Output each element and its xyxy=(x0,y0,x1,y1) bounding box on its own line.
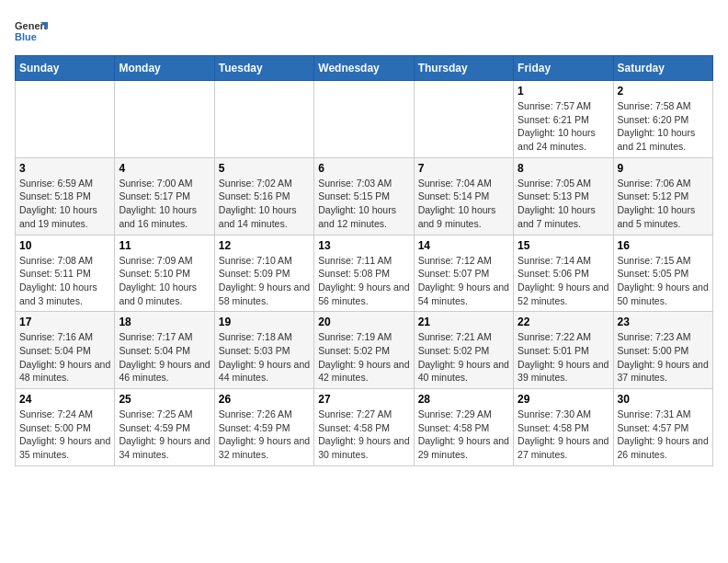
day-info: Sunrise: 7:15 AM Sunset: 5:05 PM Dayligh… xyxy=(618,254,709,308)
weekday-header: Friday xyxy=(514,56,613,81)
calendar-cell: 15Sunrise: 7:14 AM Sunset: 5:06 PM Dayli… xyxy=(514,235,613,312)
calendar-cell: 17Sunrise: 7:16 AM Sunset: 5:04 PM Dayli… xyxy=(16,312,115,389)
day-number: 24 xyxy=(19,393,110,406)
day-number: 20 xyxy=(318,316,409,328)
day-number: 3 xyxy=(19,162,110,175)
calendar-week-row: 17Sunrise: 7:16 AM Sunset: 5:04 PM Dayli… xyxy=(16,312,713,389)
calendar-cell: 2Sunrise: 7:58 AM Sunset: 6:20 PM Daylig… xyxy=(613,81,712,158)
calendar-cell: 12Sunrise: 7:10 AM Sunset: 5:09 PM Dayli… xyxy=(214,235,313,312)
calendar-cell: 8Sunrise: 7:05 AM Sunset: 5:13 PM Daylig… xyxy=(514,157,613,235)
logo-icon: General Blue xyxy=(15,15,48,48)
day-info: Sunrise: 6:59 AM Sunset: 5:18 PM Dayligh… xyxy=(19,177,110,231)
calendar-cell: 6Sunrise: 7:03 AM Sunset: 5:15 PM Daylig… xyxy=(314,157,414,235)
calendar-week-row: 24Sunrise: 7:24 AM Sunset: 5:00 PM Dayli… xyxy=(16,389,713,466)
day-number: 23 xyxy=(618,316,709,328)
day-number: 19 xyxy=(219,316,310,328)
calendar-cell: 21Sunrise: 7:21 AM Sunset: 5:02 PM Dayli… xyxy=(414,312,513,389)
calendar-cell: 23Sunrise: 7:23 AM Sunset: 5:00 PM Dayli… xyxy=(613,312,712,389)
calendar-cell: 14Sunrise: 7:12 AM Sunset: 5:07 PM Dayli… xyxy=(414,235,513,312)
calendar-cell: 18Sunrise: 7:17 AM Sunset: 5:04 PM Dayli… xyxy=(115,312,214,389)
calendar-cell: 1Sunrise: 7:57 AM Sunset: 6:21 PM Daylig… xyxy=(514,81,613,158)
day-number: 2 xyxy=(618,85,709,98)
day-number: 30 xyxy=(618,393,709,406)
day-info: Sunrise: 7:06 AM Sunset: 5:12 PM Dayligh… xyxy=(618,177,709,231)
page-header: General Blue xyxy=(15,15,713,48)
calendar-cell: 7Sunrise: 7:04 AM Sunset: 5:14 PM Daylig… xyxy=(414,157,513,235)
calendar-cell: 5Sunrise: 7:02 AM Sunset: 5:16 PM Daylig… xyxy=(214,157,313,235)
day-info: Sunrise: 7:03 AM Sunset: 5:15 PM Dayligh… xyxy=(318,177,409,231)
day-number: 25 xyxy=(119,393,210,406)
calendar-week-row: 1Sunrise: 7:57 AM Sunset: 6:21 PM Daylig… xyxy=(16,81,713,158)
weekday-header: Tuesday xyxy=(214,56,313,81)
day-number: 1 xyxy=(518,85,609,98)
day-info: Sunrise: 7:11 AM Sunset: 5:08 PM Dayligh… xyxy=(318,254,409,308)
calendar-cell: 9Sunrise: 7:06 AM Sunset: 5:12 PM Daylig… xyxy=(613,157,712,235)
day-number: 22 xyxy=(518,316,609,328)
day-number: 17 xyxy=(19,316,110,328)
calendar-cell: 20Sunrise: 7:19 AM Sunset: 5:02 PM Dayli… xyxy=(314,312,414,389)
day-info: Sunrise: 7:00 AM Sunset: 5:17 PM Dayligh… xyxy=(119,177,210,231)
day-number: 15 xyxy=(518,239,609,252)
day-info: Sunrise: 7:31 AM Sunset: 4:57 PM Dayligh… xyxy=(618,408,709,462)
day-info: Sunrise: 7:05 AM Sunset: 5:13 PM Dayligh… xyxy=(518,177,609,231)
day-number: 12 xyxy=(219,239,310,252)
calendar-cell: 10Sunrise: 7:08 AM Sunset: 5:11 PM Dayli… xyxy=(16,235,115,312)
day-number: 9 xyxy=(618,162,709,175)
calendar-cell: 29Sunrise: 7:30 AM Sunset: 4:58 PM Dayli… xyxy=(514,389,613,466)
day-number: 28 xyxy=(418,393,509,406)
calendar-cell: 3Sunrise: 6:59 AM Sunset: 5:18 PM Daylig… xyxy=(16,157,115,235)
day-number: 14 xyxy=(418,239,509,252)
day-info: Sunrise: 7:25 AM Sunset: 4:59 PM Dayligh… xyxy=(119,408,210,462)
day-info: Sunrise: 7:22 AM Sunset: 5:01 PM Dayligh… xyxy=(518,330,609,385)
day-info: Sunrise: 7:14 AM Sunset: 5:06 PM Dayligh… xyxy=(518,254,609,308)
day-info: Sunrise: 7:26 AM Sunset: 4:59 PM Dayligh… xyxy=(219,408,310,462)
day-info: Sunrise: 7:12 AM Sunset: 5:07 PM Dayligh… xyxy=(418,254,509,308)
day-info: Sunrise: 7:04 AM Sunset: 5:14 PM Dayligh… xyxy=(418,177,509,231)
calendar-week-row: 3Sunrise: 6:59 AM Sunset: 5:18 PM Daylig… xyxy=(16,157,713,235)
weekday-header: Monday xyxy=(115,56,214,81)
day-number: 27 xyxy=(318,393,409,406)
day-number: 8 xyxy=(518,162,609,175)
svg-text:Blue: Blue xyxy=(15,31,37,42)
calendar-cell: 13Sunrise: 7:11 AM Sunset: 5:08 PM Dayli… xyxy=(314,235,414,312)
logo: General Blue xyxy=(15,15,51,48)
day-number: 4 xyxy=(119,162,210,175)
calendar-header-row: SundayMondayTuesdayWednesdayThursdayFrid… xyxy=(16,56,713,81)
calendar-cell: 19Sunrise: 7:18 AM Sunset: 5:03 PM Dayli… xyxy=(214,312,313,389)
day-number: 16 xyxy=(618,239,709,252)
calendar-cell: 4Sunrise: 7:00 AM Sunset: 5:17 PM Daylig… xyxy=(115,157,214,235)
weekday-header: Sunday xyxy=(16,56,115,81)
calendar-cell xyxy=(214,81,313,158)
day-number: 18 xyxy=(119,316,210,328)
day-number: 7 xyxy=(418,162,509,175)
weekday-header: Thursday xyxy=(414,56,513,81)
calendar-cell: 25Sunrise: 7:25 AM Sunset: 4:59 PM Dayli… xyxy=(115,389,214,466)
day-info: Sunrise: 7:57 AM Sunset: 6:21 PM Dayligh… xyxy=(518,99,609,154)
day-info: Sunrise: 7:09 AM Sunset: 5:10 PM Dayligh… xyxy=(119,254,210,308)
day-number: 21 xyxy=(418,316,509,328)
day-info: Sunrise: 7:18 AM Sunset: 5:03 PM Dayligh… xyxy=(219,330,310,385)
day-info: Sunrise: 7:29 AM Sunset: 4:58 PM Dayligh… xyxy=(418,408,509,462)
day-number: 29 xyxy=(518,393,609,406)
day-info: Sunrise: 7:16 AM Sunset: 5:04 PM Dayligh… xyxy=(19,330,110,385)
calendar-cell: 22Sunrise: 7:22 AM Sunset: 5:01 PM Dayli… xyxy=(514,312,613,389)
day-number: 10 xyxy=(19,239,110,252)
day-info: Sunrise: 7:58 AM Sunset: 6:20 PM Dayligh… xyxy=(618,99,709,154)
calendar-cell: 11Sunrise: 7:09 AM Sunset: 5:10 PM Dayli… xyxy=(115,235,214,312)
day-number: 26 xyxy=(219,393,310,406)
day-number: 11 xyxy=(119,239,210,252)
calendar-week-row: 10Sunrise: 7:08 AM Sunset: 5:11 PM Dayli… xyxy=(16,235,713,312)
day-info: Sunrise: 7:02 AM Sunset: 5:16 PM Dayligh… xyxy=(219,177,310,231)
day-info: Sunrise: 7:30 AM Sunset: 4:58 PM Dayligh… xyxy=(518,408,609,462)
day-info: Sunrise: 7:23 AM Sunset: 5:00 PM Dayligh… xyxy=(618,330,709,385)
day-info: Sunrise: 7:24 AM Sunset: 5:00 PM Dayligh… xyxy=(19,408,110,462)
calendar-cell xyxy=(115,81,214,158)
calendar-table: SundayMondayTuesdayWednesdayThursdayFrid… xyxy=(15,55,713,466)
calendar-cell xyxy=(414,81,513,158)
day-info: Sunrise: 7:27 AM Sunset: 4:58 PM Dayligh… xyxy=(318,408,409,462)
calendar-cell: 28Sunrise: 7:29 AM Sunset: 4:58 PM Dayli… xyxy=(414,389,513,466)
day-info: Sunrise: 7:19 AM Sunset: 5:02 PM Dayligh… xyxy=(318,330,409,385)
calendar-cell xyxy=(16,81,115,158)
calendar-cell: 27Sunrise: 7:27 AM Sunset: 4:58 PM Dayli… xyxy=(314,389,414,466)
calendar-cell: 26Sunrise: 7:26 AM Sunset: 4:59 PM Dayli… xyxy=(214,389,313,466)
